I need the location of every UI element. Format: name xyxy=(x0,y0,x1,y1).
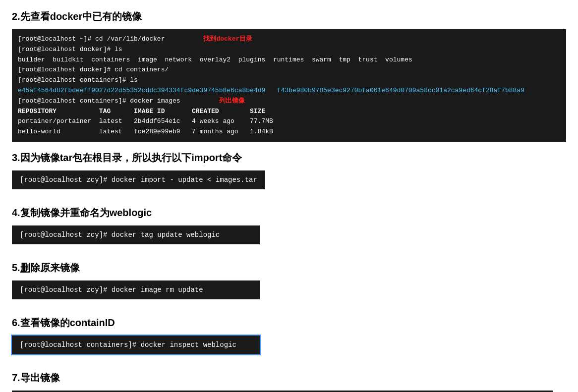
terminal-line-8: portainer/portainer latest 2b4ddf654e1c … xyxy=(18,117,273,125)
cmd-text-5: [root@localhost zcy]# docker image rm up… xyxy=(20,286,203,294)
cmd-text-6: [root@localhost containers]# docker insp… xyxy=(20,341,236,349)
cmd-block-6-selected[interactable]: [root@localhost containers]# docker insp… xyxy=(12,336,260,354)
terminal-line-7: [root@localhost containers]# docker imag… xyxy=(18,97,245,105)
section-5-title: 5.删除原来镜像 xyxy=(12,261,566,275)
terminal-line-9: hello-world latest fce289e99eb9 7 months… xyxy=(18,128,273,135)
terminal-line-5: [root@localhost containers]# ls xyxy=(18,76,138,84)
underline-del: 删 xyxy=(20,262,30,273)
section-2: 2.先查看docker中已有的镜像 [root@localhost ~]# cd… xyxy=(12,10,566,142)
section-5: 5.删除原来镜像 [root@localhost zcy]# docker im… xyxy=(12,261,566,307)
section-7: 7.导出镜像 [root@localhost containers]# dock… xyxy=(12,371,566,392)
section-3: 3.因为镜像tar包在根目录，所以执行以下import命令 [root@loca… xyxy=(12,151,566,197)
terminal-line-2: [root@localhost docker]# ls xyxy=(18,46,122,53)
section-6-title: 6.查看镜像的containID xyxy=(12,316,566,330)
terminal-line-1: [root@localhost ~]# cd /var/lib/docker 找… xyxy=(18,35,252,43)
page-content: 2.先查看docker中已有的镜像 [root@localhost ~]# cd… xyxy=(12,10,566,392)
terminal-line-4: [root@localhost docker]# cd containers/ xyxy=(18,66,169,73)
section-3-title: 3.因为镜像tar包在根目录，所以执行以下import命令 xyxy=(12,151,566,165)
section-4-title: 4.复制镜像并重命名为weblogic xyxy=(12,206,566,220)
cmd-block-3: [root@localhost zcy]# docker import - up… xyxy=(12,170,265,189)
cmd-block-4: [root@localhost zcy]# docker tag update … xyxy=(12,225,260,244)
section-7-title: 7.导出镜像 xyxy=(12,371,566,385)
section-4: 4.复制镜像并重命名为weblogic [root@localhost zcy]… xyxy=(12,206,566,252)
annotation-1: 找到docker目录 xyxy=(203,35,252,43)
terminal-line-header: REPOSITORY TAG IMAGE ID CREATED SIZE xyxy=(18,108,265,115)
cmd-block-5: [root@localhost zcy]# docker image rm up… xyxy=(12,280,260,299)
terminal-line-6: e45af4564d82fbdeeff9027d22d55352cddc3943… xyxy=(18,87,524,94)
terminal-line-3: builder buildkit containers image networ… xyxy=(18,56,412,63)
cmd-text-3: [root@localhost zcy]# docker import - up… xyxy=(20,176,257,184)
terminal-block-2: [root@localhost ~]# cd /var/lib/docker 找… xyxy=(12,29,566,142)
section-2-title: 2.先查看docker中已有的镜像 xyxy=(12,10,566,23)
cmd-text-4: [root@localhost zcy]# docker tag update … xyxy=(20,231,220,239)
annotation-7: 列出镜像 xyxy=(219,97,245,105)
section-6: 6.查看镜像的containID [root@localhost contain… xyxy=(12,316,566,362)
